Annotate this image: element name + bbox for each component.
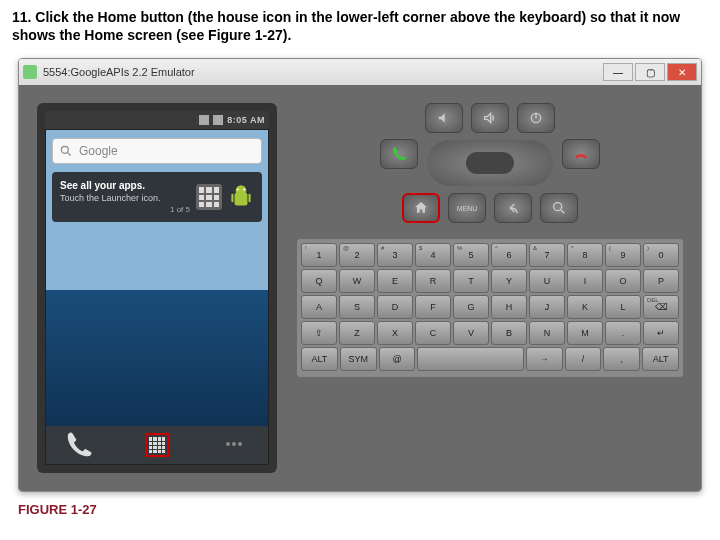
key-C[interactable]: C bbox=[415, 321, 451, 345]
key-,[interactable]: , bbox=[603, 347, 640, 371]
phone-dialer-button[interactable] bbox=[64, 430, 94, 460]
key-1[interactable]: !1 bbox=[301, 243, 337, 267]
key-D[interactable]: D bbox=[377, 295, 413, 319]
key-F[interactable]: F bbox=[415, 295, 451, 319]
volume-down-button[interactable] bbox=[425, 103, 463, 133]
key-space[interactable] bbox=[417, 347, 523, 371]
google-search-widget[interactable]: Google bbox=[52, 138, 262, 164]
key-9[interactable]: (9 bbox=[605, 243, 641, 267]
key-8[interactable]: *8 bbox=[567, 243, 603, 267]
key-R[interactable]: R bbox=[415, 269, 451, 293]
key-Z[interactable]: Z bbox=[339, 321, 375, 345]
key-/[interactable]: / bbox=[565, 347, 602, 371]
key-6[interactable]: ^6 bbox=[491, 243, 527, 267]
key-L[interactable]: L bbox=[605, 295, 641, 319]
volume-up-button[interactable] bbox=[471, 103, 509, 133]
key-O[interactable]: O bbox=[605, 269, 641, 293]
search-button[interactable] bbox=[540, 193, 578, 223]
svg-point-4 bbox=[237, 189, 239, 191]
key-3[interactable]: #3 bbox=[377, 243, 413, 267]
figure-caption: FIGURE 1-27 bbox=[18, 502, 702, 517]
key-E[interactable]: E bbox=[377, 269, 413, 293]
home-screen[interactable]: Google See all your apps. Touch the Laun… bbox=[45, 129, 269, 465]
key-V[interactable]: V bbox=[453, 321, 489, 345]
key-↵[interactable]: ↵ bbox=[643, 321, 679, 345]
window-title: 5554:GoogleAPIs 2.2 Emulator bbox=[43, 66, 601, 78]
keyboard-row-4: ⇧ZXCVBNM.↵ bbox=[301, 321, 679, 345]
key-5[interactable]: %5 bbox=[453, 243, 489, 267]
android-robot-icon bbox=[228, 182, 254, 212]
menu-button[interactable]: MENU bbox=[448, 193, 486, 223]
key-T[interactable]: T bbox=[453, 269, 489, 293]
control-button-grid: MENU bbox=[297, 103, 683, 223]
key-G[interactable]: G bbox=[453, 295, 489, 319]
key-→[interactable]: → bbox=[526, 347, 563, 371]
hint-subtitle: Touch the Launcher icon. bbox=[60, 193, 190, 203]
key-I[interactable]: I bbox=[567, 269, 603, 293]
key-U[interactable]: U bbox=[529, 269, 565, 293]
window-titlebar: 5554:GoogleAPIs 2.2 Emulator — ▢ ✕ bbox=[19, 59, 701, 85]
key-.[interactable]: . bbox=[605, 321, 641, 345]
hint-counter: 1 of 5 bbox=[60, 205, 190, 214]
back-button[interactable] bbox=[494, 193, 532, 223]
app-icon bbox=[23, 65, 37, 79]
key-ALT[interactable]: ALT bbox=[301, 347, 338, 371]
key-X[interactable]: X bbox=[377, 321, 413, 345]
svg-line-1 bbox=[68, 153, 71, 156]
key-Q[interactable]: Q bbox=[301, 269, 337, 293]
key-N[interactable]: N bbox=[529, 321, 565, 345]
svg-point-0 bbox=[61, 147, 68, 154]
battery-icon bbox=[213, 115, 223, 125]
key-P[interactable]: P bbox=[643, 269, 679, 293]
key-0[interactable]: )0 bbox=[643, 243, 679, 267]
key-K[interactable]: K bbox=[567, 295, 603, 319]
emulator-window: 5554:GoogleAPIs 2.2 Emulator — ▢ ✕ 8:05 … bbox=[18, 58, 702, 492]
close-button[interactable]: ✕ bbox=[667, 63, 697, 81]
key-7[interactable]: &7 bbox=[529, 243, 565, 267]
key-M[interactable]: M bbox=[567, 321, 603, 345]
key-@[interactable]: @ bbox=[379, 347, 416, 371]
browser-button[interactable] bbox=[220, 430, 250, 460]
home-button[interactable] bbox=[402, 193, 440, 223]
key-SYM[interactable]: SYM bbox=[340, 347, 377, 371]
maximize-button[interactable]: ▢ bbox=[635, 63, 665, 81]
key-W[interactable]: W bbox=[339, 269, 375, 293]
emulator-body: 8:05 AM Google See all your apps. Touch … bbox=[19, 85, 701, 491]
key-J[interactable]: J bbox=[529, 295, 565, 319]
tips-card[interactable]: See all your apps. Touch the Launcher ic… bbox=[52, 172, 262, 222]
power-button[interactable] bbox=[517, 103, 555, 133]
key-4[interactable]: $4 bbox=[415, 243, 451, 267]
svg-line-11 bbox=[561, 210, 564, 213]
key-Y[interactable]: Y bbox=[491, 269, 527, 293]
hardware-controls-panel: MENU !1@2#3$4%5^6&7*8(9)0 QWERTYUIOP ASD… bbox=[297, 103, 683, 473]
key-2[interactable]: @2 bbox=[339, 243, 375, 267]
dpad-center-button[interactable] bbox=[466, 152, 514, 174]
key-A[interactable]: A bbox=[301, 295, 337, 319]
minimize-button[interactable]: — bbox=[603, 63, 633, 81]
end-call-button[interactable] bbox=[562, 139, 600, 169]
key-S[interactable]: S bbox=[339, 295, 375, 319]
call-button[interactable] bbox=[380, 139, 418, 169]
search-icon bbox=[59, 144, 73, 158]
dpad[interactable] bbox=[426, 139, 554, 187]
app-drawer-button[interactable] bbox=[145, 433, 169, 457]
svg-point-5 bbox=[243, 189, 245, 191]
svg-point-3 bbox=[236, 186, 247, 197]
hint-title: See all your apps. bbox=[60, 180, 190, 191]
statusbar-clock: 8:05 AM bbox=[227, 115, 265, 125]
key-H[interactable]: H bbox=[491, 295, 527, 319]
svg-rect-6 bbox=[231, 194, 233, 203]
key-B[interactable]: B bbox=[491, 321, 527, 345]
phone-screen-panel: 8:05 AM Google See all your apps. Touch … bbox=[37, 103, 277, 473]
keyboard-row-1: !1@2#3$4%5^6&7*8(9)0 bbox=[301, 243, 679, 267]
android-statusbar: 8:05 AM bbox=[45, 111, 269, 129]
dots-icon bbox=[226, 442, 244, 448]
dock-bar bbox=[46, 426, 268, 464]
svg-point-10 bbox=[554, 203, 562, 211]
launcher-grid-icon bbox=[196, 184, 222, 210]
keyboard-row-5: ALTSYM@→/,ALT bbox=[301, 347, 679, 371]
key-ALT[interactable]: ALT bbox=[642, 347, 679, 371]
key-⌫[interactable]: DEL⌫ bbox=[643, 295, 679, 319]
key-⇧[interactable]: ⇧ bbox=[301, 321, 337, 345]
search-placeholder: Google bbox=[79, 144, 118, 158]
